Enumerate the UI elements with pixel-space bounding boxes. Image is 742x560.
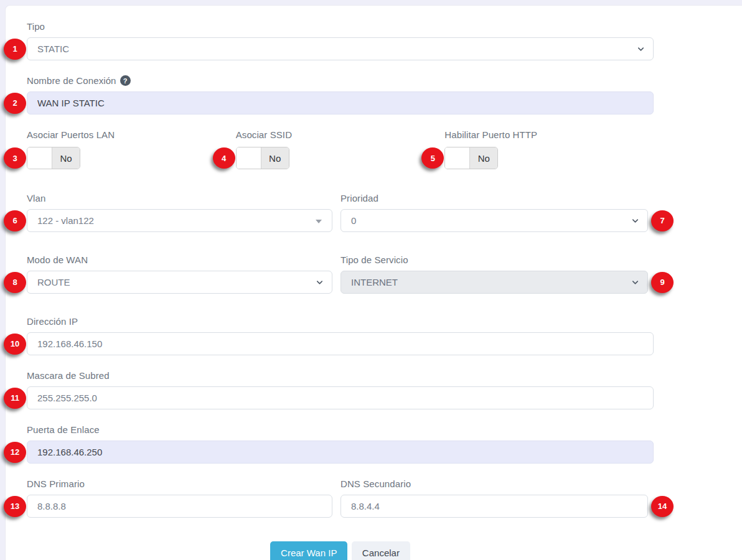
toggle-state-label: No <box>52 147 80 169</box>
form-group-dns-secundario: DNS Secundario 14 <box>340 478 648 518</box>
modo-wan-select[interactable]: ROUTE <box>27 271 332 294</box>
tipo-select-value: STATIC <box>37 44 69 54</box>
step-badge-13: 13 <box>4 496 26 517</box>
dns-primario-input[interactable] <box>27 495 332 518</box>
form-group-nombre-conexion: Nombre de Conexión ? 2 <box>27 75 654 114</box>
toggle-handle <box>445 147 470 169</box>
dns-row: DNS Primario 13 DNS Secundario 14 <box>27 478 654 518</box>
tipo-label: Tipo <box>27 21 654 32</box>
tipo-servicio-select-value: INTERNET <box>351 277 398 287</box>
nombre-conexion-input[interactable] <box>27 91 654 114</box>
dns-secundario-label: DNS Secundario <box>340 478 648 489</box>
toggle-handle <box>27 147 52 169</box>
form-actions: Crear Wan IP Cancelar <box>27 541 654 560</box>
vlan-label: Vlan <box>27 193 332 203</box>
nombre-conexion-label: Nombre de Conexión ? <box>27 75 654 86</box>
mascara-subred-input[interactable] <box>27 386 654 409</box>
step-badge-7: 7 <box>651 210 674 231</box>
prioridad-label: Prioridad <box>340 193 648 203</box>
toggle-state-label: No <box>470 147 497 169</box>
vlan-select[interactable]: 122 - vlan122 <box>27 209 332 232</box>
form-group-puerta-enlace: Puerta de Enlace 12 <box>27 424 654 464</box>
prioridad-select-value: 0 <box>351 215 356 226</box>
puerta-enlace-input[interactable] <box>27 441 654 464</box>
toggle-state-label: No <box>261 147 289 169</box>
tipo-servicio-label: Tipo de Servicio <box>340 254 648 265</box>
triangle-down-icon <box>316 220 322 223</box>
chevron-down-icon <box>631 278 640 287</box>
tipo-select[interactable]: STATIC <box>27 37 654 60</box>
chevron-down-icon <box>315 278 324 287</box>
asociar-puertos-lan-label: Asociar Puertos LAN <box>27 129 236 140</box>
step-badge-8: 8 <box>4 272 26 293</box>
modo-wan-label: Modo de WAN <box>27 254 332 265</box>
chevron-down-icon <box>631 216 640 225</box>
puerta-enlace-label: Puerta de Enlace <box>27 424 654 435</box>
form-group-habilitar-puerto-http: Habilitar Puerto HTTP 5 No <box>444 129 654 171</box>
step-badge-10: 10 <box>4 334 26 355</box>
asociar-ssid-label: Asociar SSID <box>236 129 445 140</box>
vlan-select-value: 122 - vlan122 <box>37 215 94 226</box>
direccion-ip-label: Dirección IP <box>27 316 654 327</box>
crear-wan-ip-button[interactable]: Crear Wan IP <box>270 541 347 560</box>
step-badge-6: 6 <box>4 210 26 231</box>
form-group-direccion-ip: Dirección IP 10 <box>27 316 654 355</box>
form-group-prioridad: Prioridad 0 7 <box>340 193 648 232</box>
toggle-handle <box>237 147 261 169</box>
step-badge-2: 2 <box>4 93 26 114</box>
dns-secundario-input[interactable] <box>340 495 648 518</box>
step-badge-5: 5 <box>421 147 444 169</box>
cancelar-button[interactable]: Cancelar <box>352 541 410 560</box>
form-group-mascara-subred: Mascara de Subred 11 <box>27 370 654 409</box>
asociar-puertos-lan-toggle[interactable]: No <box>27 147 80 169</box>
form-group-modo-wan: Modo de WAN 8 ROUTE <box>27 254 332 294</box>
form-card: Tipo 1 STATIC Nombre de Conexión ? 2 <box>5 5 742 560</box>
vlan-prioridad-row: Vlan 6 122 - vlan122 Prioridad 0 <box>27 193 654 232</box>
tipo-servicio-select: INTERNET <box>340 271 648 294</box>
habilitar-puerto-http-toggle[interactable]: No <box>444 147 498 169</box>
help-icon[interactable]: ? <box>120 75 131 86</box>
form-group-asociar-ssid: Asociar SSID 4 No <box>236 129 445 171</box>
asociar-ssid-toggle[interactable]: No <box>236 147 289 169</box>
form-group-dns-primario: DNS Primario 13 <box>27 478 332 518</box>
habilitar-puerto-http-label: Habilitar Puerto HTTP <box>444 129 654 140</box>
prioridad-select[interactable]: 0 <box>340 209 648 232</box>
step-badge-12: 12 <box>4 442 26 463</box>
modo-wan-select-value: ROUTE <box>37 277 70 287</box>
form-group-vlan: Vlan 6 122 - vlan122 <box>27 193 332 232</box>
step-badge-4: 4 <box>213 147 235 169</box>
form-group-tipo-servicio: Tipo de Servicio INTERNET 9 <box>340 254 648 294</box>
mascara-subred-label: Mascara de Subred <box>27 370 654 381</box>
direccion-ip-input[interactable] <box>27 332 654 355</box>
step-badge-3: 3 <box>4 147 26 169</box>
step-badge-14: 14 <box>651 496 674 517</box>
modo-servicio-row: Modo de WAN 8 ROUTE Tipo de Servicio INT… <box>27 254 654 294</box>
form-group-tipo: Tipo 1 STATIC <box>27 21 654 60</box>
form-group-asociar-puertos-lan: Asociar Puertos LAN 3 No <box>27 129 236 171</box>
step-badge-11: 11 <box>4 388 26 409</box>
step-badge-1: 1 <box>4 39 26 60</box>
chevron-down-icon <box>636 44 646 54</box>
dns-primario-label: DNS Primario <box>27 478 332 489</box>
step-badge-9: 9 <box>651 272 674 293</box>
toggles-row: Asociar Puertos LAN 3 No Asociar SSID 4 … <box>27 129 654 171</box>
wan-ip-form: Tipo 1 STATIC Nombre de Conexión ? 2 <box>6 6 654 560</box>
